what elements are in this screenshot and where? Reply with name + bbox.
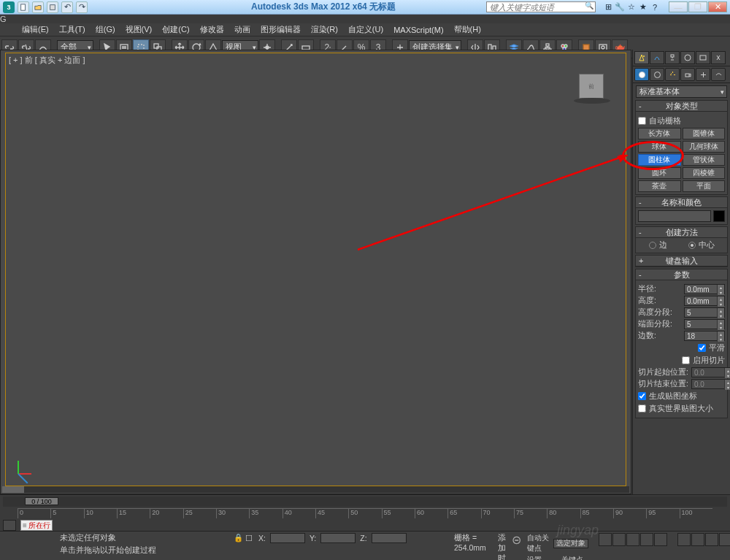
tab-modify[interactable] (650, 51, 664, 64)
menu-animation[interactable]: 动画 (234, 24, 250, 35)
infocenter-icons[interactable]: ⊞ 🔧 ☆ ★ ? (603, 2, 660, 12)
zoom-extents-icon[interactable] (705, 533, 718, 546)
obj-plane[interactable]: 平面 (683, 180, 726, 192)
add-time-tag[interactable]: 添加时间标记 (498, 533, 506, 560)
key-icon[interactable]: ⊝ (512, 533, 521, 547)
app-menu-button[interactable]: G (0, 15, 730, 23)
coord-z-input[interactable] (372, 533, 407, 543)
spinner-height[interactable]: 0.0mm▴▾ (684, 296, 725, 306)
obj-geosphere[interactable]: 几何球体 (683, 141, 726, 153)
obj-teapot[interactable]: 茶壶 (638, 180, 681, 192)
subtab-shapes[interactable] (650, 68, 664, 81)
keyfilter-button[interactable]: 关键点过滤器... (561, 555, 588, 560)
category-dropdown[interactable]: 标准基本体 (636, 85, 727, 98)
close-button[interactable]: ✕ (708, 1, 727, 12)
subtab-cameras[interactable] (680, 68, 695, 81)
qat-save-icon[interactable] (47, 1, 58, 13)
menu-maxscript[interactable]: MAXScript(M) (393, 26, 443, 34)
obj-cylinder[interactable]: 圆柱体 (638, 154, 681, 166)
realworld-checkbox[interactable]: 真实世界贴图大小 (638, 403, 725, 414)
method-center-radio[interactable]: 中心 (688, 240, 715, 250)
viewport-area[interactable]: [ + ] 前 [ 真实 + 边面 ] 前 (0, 50, 631, 494)
rollout-header-name[interactable]: 名称和颜色 (636, 197, 727, 208)
subtab-geometry[interactable] (634, 68, 649, 81)
spinner-radius[interactable]: 0.0mm▴▾ (684, 284, 725, 294)
lock-icon[interactable]: 🔒 (234, 533, 243, 542)
goto-start-icon[interactable] (599, 533, 612, 546)
subtab-spacewarps[interactable] (711, 68, 726, 81)
obj-box[interactable]: 长方体 (638, 128, 681, 139)
next-frame-icon[interactable] (640, 533, 653, 546)
menu-help[interactable]: 帮助(H) (454, 24, 481, 35)
rollout-header-object-type[interactable]: 对象类型 (636, 101, 727, 112)
autokey-button[interactable]: 自动关键点 (527, 533, 551, 553)
viewport-label[interactable]: [ + ] 前 [ 真实 + 边面 ] (9, 55, 85, 66)
spinner-sides[interactable]: 18▴▾ (684, 331, 725, 341)
menu-customize[interactable]: 自定义(U) (348, 24, 383, 35)
obj-sphere[interactable]: 球体 (638, 141, 681, 153)
obj-tube[interactable]: 管状体 (683, 154, 726, 166)
qat-open-icon[interactable] (32, 1, 44, 13)
viewport-hscroll[interactable] (2, 486, 629, 493)
menu-modifiers[interactable]: 修改器 (200, 24, 224, 35)
menu-group[interactable]: 组(G) (96, 24, 115, 35)
setkey-button[interactable]: 设置关键点 (527, 555, 547, 560)
help-search-input[interactable] (486, 1, 596, 12)
rollout-header-params[interactable]: 参数 (636, 269, 727, 280)
autogrid-checkbox[interactable]: 自动栅格 (638, 115, 725, 126)
spinner-cseg[interactable]: 5▴▾ (684, 319, 725, 329)
trackbar-toggle-icon[interactable] (3, 520, 16, 531)
tab-motion[interactable] (680, 51, 695, 64)
qat-redo-icon[interactable]: ↷ (76, 1, 88, 13)
tab-create[interactable] (634, 51, 649, 64)
time-slider-handle[interactable]: 0 / 100 (25, 497, 58, 505)
viewport-front[interactable]: [ + ] 前 [ 真实 + 边面 ] 前 (5, 53, 626, 486)
obj-torus[interactable]: 圆环 (638, 167, 681, 179)
tab-hierarchy[interactable] (665, 51, 680, 64)
zoom-icon[interactable] (691, 533, 704, 546)
ic-grid-icon[interactable]: ⊞ (603, 2, 613, 12)
help-search[interactable] (486, 1, 596, 12)
spinner-hseg[interactable]: 5▴▾ (684, 307, 725, 318)
coord-x-input[interactable] (270, 533, 305, 543)
coord-y-input[interactable] (320, 533, 356, 543)
ic-help-icon[interactable]: ? (650, 2, 660, 12)
fov-icon[interactable] (719, 533, 730, 546)
qat-undo-icon[interactable]: ↶ (61, 1, 73, 13)
menu-edit[interactable]: 编辑(E) (22, 24, 49, 35)
obj-cone[interactable]: 圆锥体 (683, 128, 726, 139)
mapcoords-checkbox[interactable]: 生成贴图坐标 (638, 391, 725, 402)
rollout-header-method[interactable]: 创建方法 (636, 227, 727, 238)
qat-new-icon[interactable] (18, 1, 29, 13)
subtab-helpers[interactable] (696, 68, 710, 81)
viewcube[interactable]: 前 (579, 74, 604, 99)
tab-display[interactable] (696, 51, 710, 64)
tab-utilities[interactable] (711, 51, 726, 64)
ic-key-icon[interactable]: 🔧 (615, 2, 625, 12)
smooth-checkbox[interactable]: 平滑 (638, 342, 725, 353)
menu-create[interactable]: 创建(C) (162, 24, 189, 35)
method-edge-radio[interactable]: 边 (649, 240, 667, 250)
menu-views[interactable]: 视图(V) (126, 24, 153, 35)
minimize-button[interactable]: — (669, 1, 688, 12)
prev-frame-icon[interactable] (612, 533, 626, 546)
ic-star2-icon[interactable]: ★ (638, 2, 648, 12)
pan-icon[interactable] (677, 533, 691, 546)
menu-tools[interactable]: 工具(T) (59, 24, 85, 35)
rollout-header-keyboard[interactable]: 键盘输入 (636, 256, 727, 266)
maximize-button[interactable]: ❐ (688, 1, 707, 12)
goto-end-icon[interactable] (654, 533, 667, 546)
obj-pyramid[interactable]: 四棱锥 (683, 167, 726, 179)
object-name-input[interactable] (638, 210, 711, 222)
slice-on-checkbox[interactable]: 启用切片 (638, 355, 725, 366)
menu-graph[interactable]: 图形编辑器 (261, 24, 301, 35)
keymode-dropdown[interactable]: 选定对象 (553, 539, 588, 548)
subtab-lights[interactable] (665, 68, 680, 81)
trackbar-mode[interactable]: 所在行 (20, 520, 53, 531)
isolate-icon[interactable]: ☐ (245, 534, 253, 542)
time-ruler[interactable]: 0510152025303540455055606570758085909510… (18, 508, 712, 518)
time-slider[interactable]: 0 / 100 (3, 496, 727, 507)
ic-star-icon[interactable]: ☆ (626, 2, 637, 12)
play-icon[interactable] (626, 533, 639, 546)
menu-render[interactable]: 渲染(R) (311, 24, 338, 35)
